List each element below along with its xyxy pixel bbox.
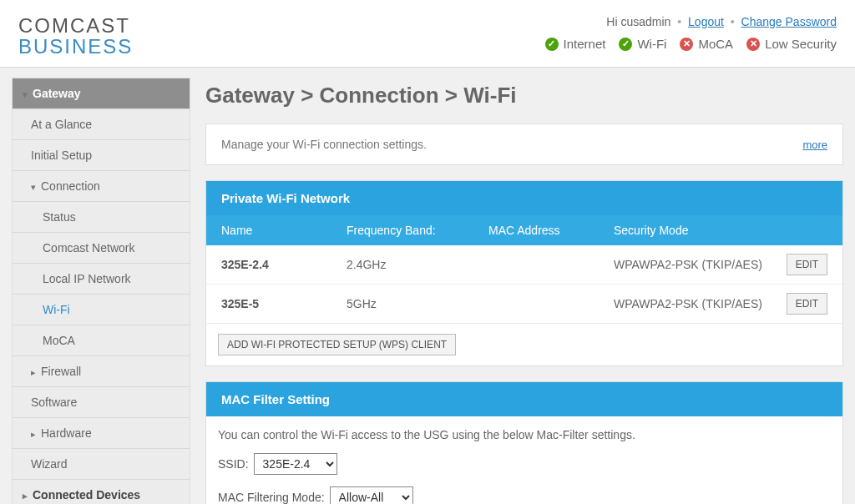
- sidebar-item-comcast-network[interactable]: Comcast Network: [13, 233, 190, 264]
- status-label: Wi-Fi: [637, 37, 666, 51]
- logout-link[interactable]: Logout: [688, 15, 724, 28]
- greeting-prefix: Hi: [606, 15, 620, 28]
- wifi-table-row: 325E-2.4 2.4GHz WPAWPA2-PSK (TKIP/AES) E…: [206, 245, 842, 285]
- logo-line2: BUSINESS: [18, 36, 133, 57]
- sidebar-item-firewall[interactable]: Firewall: [13, 356, 190, 387]
- sidebar-item-local-ip-network[interactable]: Local IP Network: [13, 264, 190, 295]
- col-header-name: Name: [221, 224, 347, 237]
- cell-freq: 2.4GHz: [347, 258, 488, 271]
- col-header-mac: MAC Address: [488, 224, 614, 237]
- status-line: ✓ Internet ✓ Wi-Fi ✕ MoCA ✕ Low Security: [545, 37, 837, 51]
- cell-name: 325E-2.4: [221, 258, 347, 271]
- sidebar: Gateway At a Glance Initial Setup Connec…: [12, 78, 190, 504]
- status-security: ✕ Low Security: [746, 37, 837, 51]
- status-internet: ✓ Internet: [545, 37, 606, 51]
- x-icon: ✕: [680, 38, 693, 51]
- sidebar-item-connection[interactable]: Connection: [13, 171, 190, 202]
- change-password-link[interactable]: Change Password: [741, 15, 837, 28]
- cell-name: 325E-5: [221, 297, 347, 310]
- sidebar-item-software[interactable]: Software: [13, 387, 190, 418]
- mac-mode-select[interactable]: Allow-All: [330, 486, 413, 504]
- x-icon: ✕: [746, 38, 760, 51]
- cell-sec: WPAWPA2-PSK (TKIP/AES): [614, 258, 769, 271]
- mac-mode-label: MAC Filtering Mode:: [218, 491, 325, 504]
- ssid-label: SSID:: [218, 457, 249, 471]
- sidebar-item-label: Connection: [41, 179, 100, 193]
- greeting-line: Hi cusadmin • Logout • Change Password: [545, 15, 837, 28]
- edit-button[interactable]: EDIT: [787, 293, 827, 315]
- add-wps-client-button[interactable]: ADD WI-FI PROTECTED SETUP (WPS) CLIENT: [218, 334, 456, 355]
- col-header-sec: Security Mode: [614, 224, 769, 237]
- status-wifi: ✓ Wi-Fi: [619, 37, 666, 51]
- logo: COMCAST BUSINESS: [18, 15, 133, 57]
- sidebar-item-connected-devices[interactable]: Connected Devices: [13, 480, 190, 504]
- check-icon: ✓: [545, 38, 559, 51]
- sidebar-item-gateway[interactable]: Gateway: [13, 78, 190, 109]
- cell-sec: WPAWPA2-PSK (TKIP/AES): [614, 297, 769, 310]
- col-header-freq: Frequency Band:: [347, 224, 488, 237]
- sidebar-item-moca[interactable]: MoCA: [13, 325, 190, 356]
- description-text: Manage your Wi-Fi connection settings.: [221, 138, 427, 151]
- wifi-table-header: Name Frequency Band: MAC Address Securit…: [206, 215, 842, 245]
- status-label: Internet: [564, 37, 606, 51]
- separator-dot: •: [731, 15, 735, 28]
- status-label: MoCA: [698, 37, 733, 51]
- mac-filter-panel: MAC Filter Setting You can control the W…: [205, 381, 843, 504]
- content-area: Gateway > Connection > Wi-Fi Manage your…: [205, 78, 843, 504]
- status-moca: ✕ MoCA: [680, 37, 733, 51]
- sidebar-item-wizard[interactable]: Wizard: [13, 449, 190, 480]
- breadcrumb: Gateway > Connection > Wi-Fi: [205, 83, 843, 108]
- mac-filter-header: MAC Filter Setting: [206, 382, 842, 416]
- more-link[interactable]: more: [802, 139, 827, 151]
- separator-dot: •: [677, 15, 681, 28]
- sidebar-item-label: Firewall: [41, 365, 81, 378]
- description-panel: Manage your Wi-Fi connection settings. m…: [205, 123, 843, 165]
- cell-freq: 5GHz: [347, 297, 488, 310]
- logo-line1: COMCAST: [18, 15, 133, 36]
- wifi-table-row: 325E-5 5GHz WPAWPA2-PSK (TKIP/AES) EDIT: [206, 285, 842, 324]
- status-label: Low Security: [765, 37, 837, 51]
- sidebar-item-wifi[interactable]: Wi-Fi: [13, 295, 190, 325]
- edit-button[interactable]: EDIT: [787, 254, 827, 275]
- sidebar-item-initial-setup[interactable]: Initial Setup: [13, 140, 190, 171]
- sidebar-item-at-a-glance[interactable]: At a Glance: [13, 109, 190, 140]
- username: cusadmin: [620, 15, 670, 28]
- sidebar-item-label: Hardware: [41, 426, 92, 440]
- sidebar-item-label: Connected Devices: [33, 488, 140, 501]
- sidebar-item-status[interactable]: Status: [13, 202, 190, 233]
- private-wifi-header: Private Wi-Fi Network: [206, 181, 842, 215]
- private-wifi-panel: Private Wi-Fi Network Name Frequency Ban…: [205, 180, 843, 366]
- sidebar-item-label: Gateway: [33, 87, 81, 100]
- sidebar-item-hardware[interactable]: Hardware: [13, 418, 190, 449]
- check-icon: ✓: [619, 38, 632, 51]
- mac-filter-desc: You can control the Wi-Fi access to the …: [218, 428, 831, 441]
- ssid-select[interactable]: 325E-2.4: [254, 453, 337, 475]
- col-header-action: [769, 224, 827, 237]
